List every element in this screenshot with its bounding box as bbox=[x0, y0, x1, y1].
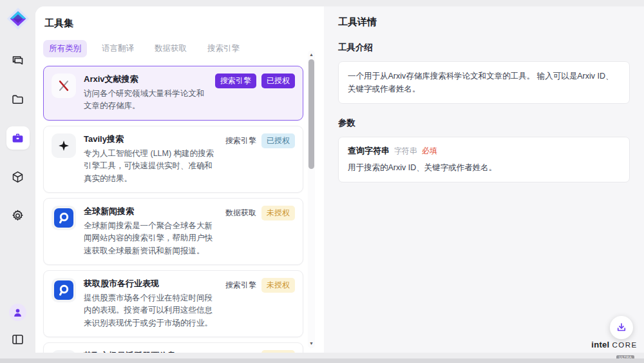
app-sidebar bbox=[0, 0, 35, 358]
detail-title: 工具详情 bbox=[338, 16, 630, 28]
intro-text: 一个用于从Arxiv存储库搜索科学论文和文章的工具。 输入可以是Arxiv ID… bbox=[348, 70, 620, 95]
settings-gear-icon[interactable] bbox=[6, 204, 30, 227]
tool-card-description: 专为人工智能代理 (LLM) 构建的搜索引擎工具，可快速提供实时、准确和真实的结… bbox=[84, 148, 218, 185]
tool-card-title: Tavily搜索 bbox=[84, 133, 218, 145]
tool-card-title: 获取市场最活跃股票信息 bbox=[84, 350, 218, 353]
tool-card-description: 访问各个研究领域大量科学论文和文章的存储库。 bbox=[84, 88, 207, 113]
sparkle-icon bbox=[52, 133, 76, 158]
tool-detail-panel: 工具详情 工具介绍 一个用于从Arxiv存储库搜索科学论文和文章的工具。 输入可… bbox=[324, 6, 644, 353]
tool-category-badge: 搜索引擎 bbox=[215, 74, 256, 88]
scroll-down-icon[interactable]: ▼ bbox=[308, 339, 315, 347]
param-box: 查询字符串 字符串 必填 用于搜索的Arxiv ID、关键字或作者姓名。 bbox=[338, 137, 630, 182]
tool-card-title: 全球新闻搜索 bbox=[84, 206, 218, 217]
download-button[interactable] bbox=[610, 316, 633, 339]
tool-card-description: 提供股票市场各个行业在特定时间段内的表现。投资者可以利用这些信息来识别表现优于或… bbox=[84, 292, 218, 329]
params-heading: 参数 bbox=[338, 117, 630, 129]
tool-card[interactable]: 获取市场最活跃股票信息 提供当天交易量最高的股票列表，投资者可以利用这些信息来识… bbox=[43, 342, 303, 353]
chat-icon[interactable] bbox=[6, 49, 30, 72]
user-avatar-icon[interactable] bbox=[9, 304, 26, 321]
blue-search-logo-icon bbox=[52, 206, 76, 230]
arxiv-logo-icon bbox=[52, 74, 76, 98]
tool-card[interactable]: Tavily搜索 专为人工智能代理 (LLM) 构建的搜索引擎工具，可快速提供实… bbox=[43, 126, 303, 193]
cube-icon[interactable] bbox=[6, 165, 30, 188]
download-icon bbox=[616, 322, 627, 333]
param-name: 查询字符串 bbox=[348, 145, 390, 157]
param-type: 字符串 bbox=[394, 146, 417, 157]
list-scrollbar[interactable]: ▲ ▼ bbox=[308, 50, 315, 348]
scrollbar-thumb[interactable] bbox=[308, 59, 314, 169]
sidebar-nav bbox=[0, 49, 35, 227]
diamond-logo-icon bbox=[6, 6, 30, 31]
category-tabs: 所有类别语言翻译数据获取搜索引擎 bbox=[43, 40, 324, 57]
tool-status-badge: 未授权 bbox=[261, 350, 295, 353]
page-title: 工具集 bbox=[44, 17, 324, 30]
tool-card-list: Arxiv文献搜索 访问各个研究领域大量科学论文和文章的存储库。 搜索引擎 已授… bbox=[43, 66, 303, 353]
tool-category-badge: 搜索引擎 bbox=[225, 278, 256, 293]
tool-status-badge: 已授权 bbox=[261, 74, 295, 88]
tool-category-badge: 数据获取 bbox=[225, 206, 256, 221]
tool-card[interactable]: Arxiv文献搜索 访问各个研究领域大量科学论文和文章的存储库。 搜索引擎 已授… bbox=[43, 66, 303, 121]
tab-category-3[interactable]: 搜索引擎 bbox=[202, 40, 245, 57]
tool-list-panel: 工具集 所有类别语言翻译数据获取搜索引擎 Arxiv文献搜索 访问各个研究领域大… bbox=[35, 6, 324, 353]
scroll-up-icon[interactable]: ▲ bbox=[308, 50, 315, 58]
intro-heading: 工具介绍 bbox=[338, 42, 630, 54]
param-description: 用于搜索的Arxiv ID、关键字或作者姓名。 bbox=[348, 162, 620, 174]
tool-card[interactable]: 获取股市各行业表现 提供股票市场各个行业在特定时间段内的表现。投资者可以利用这些… bbox=[43, 270, 303, 337]
panel-toggle-icon[interactable] bbox=[6, 328, 30, 351]
tool-card-title: Arxiv文献搜索 bbox=[84, 74, 207, 85]
toolbox-icon[interactable] bbox=[6, 126, 30, 150]
blue-search-logo-icon bbox=[52, 278, 76, 302]
main-window: 工具集 所有类别语言翻译数据获取搜索引擎 Arxiv文献搜索 访问各个研究领域大… bbox=[35, 6, 644, 353]
tool-card[interactable]: 全球新闻搜索 全球新闻搜索是一个聚合全球各大新闻网站内容的搜索引擎，帮助用户快速… bbox=[43, 198, 303, 265]
folder-icon[interactable] bbox=[6, 88, 30, 111]
tab-category-2[interactable]: 数据获取 bbox=[149, 40, 193, 57]
tab-category-1[interactable]: 语言翻译 bbox=[96, 40, 140, 57]
tool-status-badge: 未授权 bbox=[261, 206, 295, 221]
window-bottom-edge bbox=[0, 358, 644, 363]
tool-category-badge: 搜索引擎 bbox=[225, 133, 256, 148]
intro-box: 一个用于从Arxiv存储库搜索科学论文和文章的工具。 输入可以是Arxiv ID… bbox=[338, 61, 630, 104]
tool-card-title: 获取股市各行业表现 bbox=[84, 278, 218, 289]
param-required-badge: 必填 bbox=[422, 146, 437, 157]
tool-category-badge: 搜索引擎 bbox=[225, 350, 256, 353]
tool-status-badge: 已授权 bbox=[261, 133, 295, 148]
tab-category-0[interactable]: 所有类别 bbox=[43, 40, 87, 57]
blue-search-logo-icon bbox=[52, 350, 76, 353]
tool-status-badge: 未授权 bbox=[261, 278, 295, 293]
tool-card-description: 全球新闻搜索是一个聚合全球各大新闻网站内容的搜索引擎，帮助用户快速获取全球最新资… bbox=[84, 220, 218, 257]
